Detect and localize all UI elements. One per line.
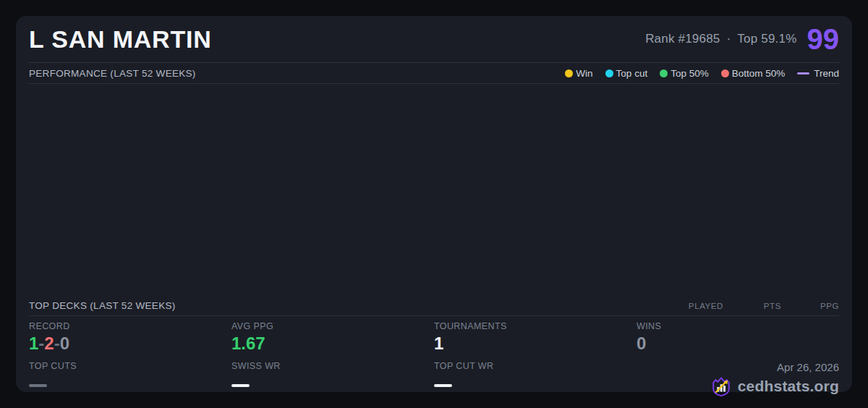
top-cuts-empty-bar [29,384,47,387]
performance-header: PERFORMANCE (LAST 52 WEEKS) Win Top cut … [29,63,839,84]
stat-swiss-wr: SWISS WR [231,361,434,397]
score-value: 99 [807,25,840,54]
bottom-50-dot-icon [721,69,729,77]
trend-line-icon [797,72,809,75]
card-header: L SAN MARTIN Rank #19685 · Top 59.1% 99 [29,16,839,63]
record-losses: 2 [44,333,54,353]
stats-grid: RECORD 1-2-0 AVG PPG 1.67 TOURNAMENTS 1 … [29,316,839,397]
date-text: Apr 26, 2026 [637,361,839,373]
top-cut-wr-empty-bar [434,384,452,387]
win-dot-icon [565,69,573,77]
rank-text: Rank #19685 [645,32,720,46]
swiss-wr-empty-bar [231,384,250,387]
column-played: PLAYED [665,302,723,310]
brand-text: cedhstats.org [738,378,839,395]
top-50-dot-icon [660,69,668,77]
legend-label: Top cut [616,68,648,79]
rank-dot-separator: · [726,32,731,46]
legend-item-top-50: Top 50% [660,68,709,79]
stat-label: AVG PPG [231,321,434,331]
wins-value: 0 [637,333,839,354]
avg-ppg-value: 1.67 [231,333,434,354]
card-footer: Apr 26, 2026 cedhstats.org [637,361,839,397]
player-stats-card: L SAN MARTIN Rank #19685 · Top 59.1% 99 … [16,16,852,392]
stat-label: TOP CUTS [29,361,231,371]
stat-label: TOP CUT WR [434,361,637,371]
record-wins: 1 [29,333,38,353]
cedhstats-logo-icon [710,375,732,397]
column-pts: PTS [723,302,781,310]
top-percent-text: Top 59.1% [737,32,796,46]
legend-label: Win [576,68,592,79]
top-cut-dot-icon [605,69,613,77]
legend-item-top-cut: Top cut [605,68,648,79]
stat-label: RECORD [29,321,231,331]
player-name: L SAN MARTIN [29,25,212,54]
legend-label: Bottom 50% [732,68,786,79]
tournaments-value: 1 [434,333,637,354]
chart-legend: Win Top cut Top 50% Bottom 50% Trend [565,68,839,79]
legend-item-win: Win [565,68,592,79]
performance-chart [29,84,839,296]
performance-title: PERFORMANCE (LAST 52 WEEKS) [29,68,196,79]
stat-wins: WINS 0 [637,321,839,354]
stat-label: WINS [637,321,839,331]
stat-record: RECORD 1-2-0 [29,321,231,354]
top-decks-title: TOP DECKS (LAST 52 WEEKS) [29,300,176,311]
stat-label: SWISS WR [231,361,434,371]
record-separator: - [54,333,60,353]
stat-top-cut-wr: TOP CUT WR [434,361,637,397]
header-rank-group: Rank #19685 · Top 59.1% 99 [645,25,839,54]
top-decks-header: TOP DECKS (LAST 52 WEEKS) PLAYED PTS PPG [29,296,839,316]
top-decks-columns: PLAYED PTS PPG [665,302,839,310]
legend-item-trend: Trend [797,68,839,79]
legend-item-bottom-50: Bottom 50% [721,68,786,79]
record-value: 1-2-0 [29,333,231,354]
stat-top-cuts: TOP CUTS [29,361,231,397]
rank-line: Rank #19685 · Top 59.1% [645,32,796,46]
legend-label: Top 50% [671,68,709,79]
stat-avg-ppg: AVG PPG 1.67 [231,321,434,354]
legend-label: Trend [814,68,839,79]
stat-tournaments: TOURNAMENTS 1 [434,321,637,354]
stat-label: TOURNAMENTS [434,321,637,331]
record-draws: 0 [60,333,69,353]
column-ppg: PPG [781,302,839,310]
brand-row: cedhstats.org [637,375,839,397]
